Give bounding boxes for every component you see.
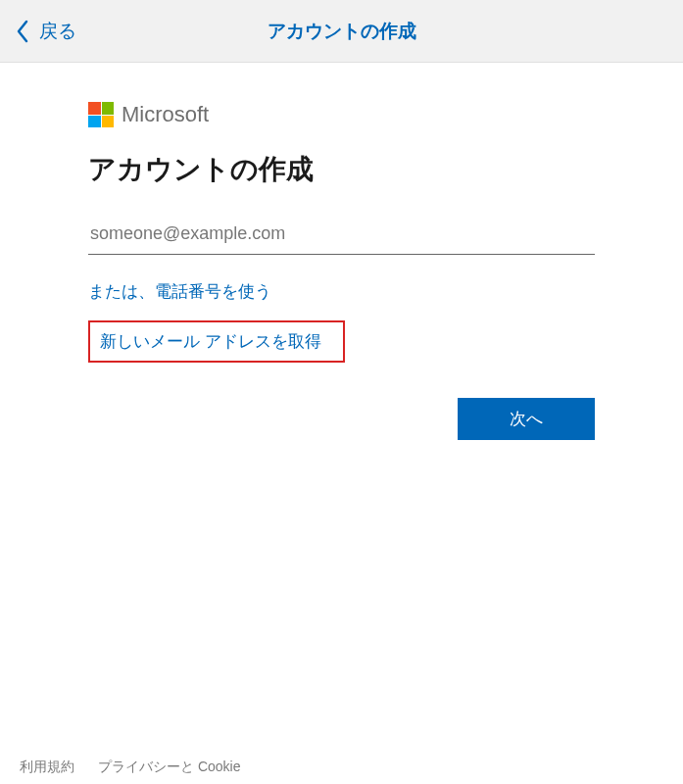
use-phone-row: または、電話番号を使う: [88, 280, 595, 303]
next-button[interactable]: 次へ: [458, 398, 595, 440]
header-title: アカウントの作成: [268, 19, 416, 44]
microsoft-logo: Microsoft: [88, 102, 595, 127]
button-row: 次へ: [88, 398, 595, 440]
get-new-email-link[interactable]: 新しいメール アドレスを取得: [100, 330, 321, 353]
use-phone-link[interactable]: または、電話番号を使う: [88, 280, 271, 303]
microsoft-logo-icon: [88, 102, 114, 127]
get-new-email-highlight: 新しいメール アドレスを取得: [88, 320, 345, 363]
microsoft-logo-text: Microsoft: [122, 102, 209, 127]
header-bar: 戻る アカウントの作成: [0, 0, 683, 63]
privacy-link[interactable]: プライバシーと Cookie: [98, 759, 240, 776]
chevron-left-icon: [16, 20, 29, 43]
page-heading: アカウントの作成: [88, 151, 595, 188]
main-content: Microsoft アカウントの作成 または、電話番号を使う 新しいメール アド…: [0, 63, 683, 440]
footer: 利用規約 プライバシーと Cookie: [20, 759, 240, 776]
back-label: 戻る: [39, 19, 76, 44]
email-input[interactable]: [88, 218, 595, 255]
back-button[interactable]: 戻る: [16, 19, 76, 44]
terms-link[interactable]: 利用規約: [20, 759, 74, 776]
